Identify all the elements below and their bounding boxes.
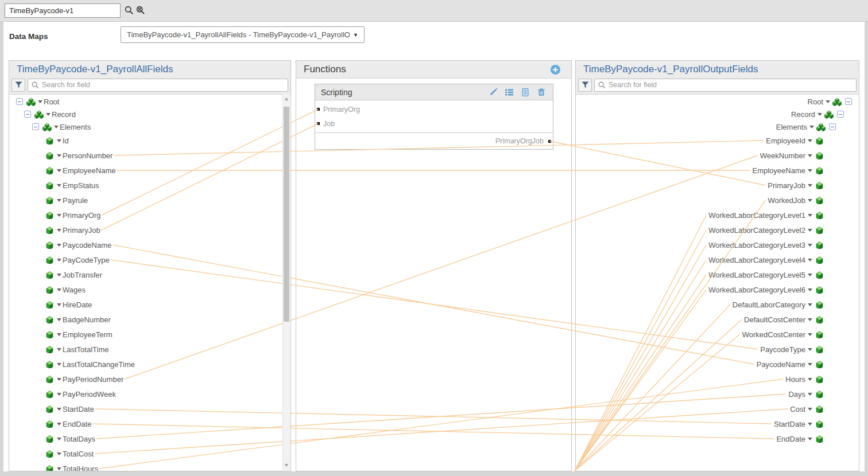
source-field-paycodename[interactable]: PaycodeName [9, 237, 290, 252]
collapse-icon[interactable] [24, 111, 31, 118]
target-field-workedjob[interactable]: WorkedJob [576, 193, 859, 208]
source-field-primaryorg[interactable]: PrimaryOrg [9, 208, 290, 223]
source-field-hiredate[interactable]: HireDate [9, 297, 290, 312]
chevron-down-icon[interactable] [57, 452, 61, 455]
chevron-down-icon[interactable] [808, 408, 812, 411]
chevron-down-icon[interactable] [808, 184, 812, 187]
source-field-payrule[interactable]: Payrule [9, 193, 290, 208]
chevron-down-icon[interactable] [46, 113, 51, 116]
source-field-empstatus[interactable]: EmpStatus [9, 178, 290, 193]
source-field-employeeterm[interactable]: EmployeeTerm [9, 327, 290, 342]
collapse-icon[interactable] [837, 111, 844, 118]
chevron-down-icon[interactable] [808, 259, 812, 262]
target-field-cost[interactable]: Cost [576, 401, 859, 416]
target-field-workedcostcenter[interactable]: WorkedCostCenter [576, 327, 859, 342]
chevron-down-icon[interactable] [808, 229, 812, 232]
chevron-down-icon[interactable] [54, 126, 59, 128]
chevron-down-icon[interactable] [808, 199, 812, 202]
chevron-down-icon[interactable] [808, 214, 812, 217]
source-field-enddate[interactable]: EndDate [9, 416, 290, 431]
chevron-down-icon[interactable] [57, 184, 61, 187]
target-field-paycodetype[interactable]: PaycodeType [576, 342, 859, 357]
source-field-payperiodweek[interactable]: PayPeriodWeek [9, 387, 290, 401]
chevron-down-icon[interactable] [808, 438, 812, 440]
chevron-down-icon[interactable] [808, 348, 812, 351]
chevron-down-icon[interactable] [57, 393, 61, 396]
chevron-down-icon[interactable] [808, 139, 812, 142]
source-field-elements[interactable]: Elements [9, 119, 290, 134]
target-field-workedlaborcategorylevel6[interactable]: WorkedLaborCategoryLevel6 [576, 282, 859, 297]
chevron-down-icon[interactable] [57, 348, 61, 351]
source-field-jobtransfer[interactable]: JobTransfer [9, 267, 290, 282]
collapse-icon[interactable] [829, 123, 836, 130]
chevron-down-icon[interactable] [57, 303, 61, 306]
target-field-employeeid[interactable]: EmployeeId [576, 133, 859, 148]
chevron-down-icon[interactable] [808, 378, 812, 381]
search-icon[interactable] [124, 5, 134, 15]
chevron-down-icon[interactable] [57, 199, 61, 202]
target-field-defaultcostcenter[interactable]: DefaultCostCenter [576, 312, 859, 327]
scripting-function-box[interactable]: Scripting [315, 84, 553, 150]
chevron-down-icon[interactable] [808, 318, 812, 321]
map-search-input[interactable] [5, 3, 121, 18]
target-field-paycodename[interactable]: PaycodeName [576, 357, 859, 372]
chevron-down-icon[interactable] [808, 274, 812, 276]
function-input-port[interactable] [317, 122, 320, 125]
target-field-days[interactable]: Days [576, 387, 859, 401]
target-field-workedlaborcategorylevel2[interactable]: WorkedLaborCategoryLevel2 [576, 223, 859, 237]
target-field-workedlaborcategorylevel1[interactable]: WorkedLaborCategoryLevel1 [576, 208, 859, 223]
source-field-badgenumber[interactable]: BadgeNumber [9, 312, 290, 327]
chevron-down-icon[interactable] [57, 438, 61, 440]
target-field-enddate[interactable]: EndDate [576, 431, 859, 446]
chevron-down-icon[interactable] [808, 303, 812, 306]
target-field-workedlaborcategorylevel4[interactable]: WorkedLaborCategoryLevel4 [576, 252, 859, 267]
source-field-startdate[interactable]: StartDate [9, 401, 290, 416]
chevron-down-icon[interactable] [57, 214, 61, 217]
chevron-down-icon[interactable] [808, 169, 812, 172]
chevron-down-icon[interactable] [57, 467, 61, 470]
source-field-payperiodnumber[interactable]: PayPeriodNumber [9, 372, 290, 387]
source-field-personnumber[interactable]: PersonNumber [9, 148, 290, 163]
source-field-wages[interactable]: Wages [9, 282, 290, 297]
scroll-up-icon[interactable] [285, 97, 288, 100]
chevron-down-icon[interactable] [38, 100, 42, 103]
chevron-down-icon[interactable] [57, 318, 61, 321]
chevron-down-icon[interactable] [57, 363, 61, 366]
collapse-icon[interactable] [845, 98, 852, 105]
target-field-primaryjob[interactable]: PrimaryJob [576, 178, 859, 193]
data-map-select[interactable]: TimeByPaycode-v1_PayrollAllFields - Time… [121, 26, 365, 43]
chevron-down-icon[interactable] [808, 244, 812, 247]
target-field-workedlaborcategorylevel5[interactable]: WorkedLaborCategoryLevel5 [576, 267, 859, 282]
chevron-down-icon[interactable] [57, 259, 61, 262]
chevron-down-icon[interactable] [57, 229, 61, 232]
source-field-lasttotaltime[interactable]: LastTotalTime [9, 342, 290, 357]
chevron-down-icon[interactable] [57, 154, 61, 157]
source-field-totaldays[interactable]: TotalDays [9, 431, 290, 446]
list-icon[interactable] [503, 88, 515, 97]
source-field-employeename[interactable]: EmployeeName [9, 163, 290, 178]
chevron-down-icon[interactable] [57, 274, 61, 276]
search-off-icon[interactable] [135, 5, 146, 15]
collapse-icon[interactable] [16, 98, 23, 105]
chevron-down-icon[interactable] [57, 139, 61, 142]
trash-icon[interactable] [536, 88, 547, 97]
source-field-totalhours[interactable]: TotalHours [9, 461, 290, 471]
chevron-down-icon[interactable] [57, 408, 61, 411]
chevron-down-icon[interactable] [808, 333, 812, 336]
target-field-hours[interactable]: Hours [576, 372, 859, 387]
target-field-elements[interactable]: Elements [576, 119, 859, 134]
source-field-primaryjob[interactable]: PrimaryJob [9, 223, 290, 237]
add-function-icon[interactable] [551, 65, 560, 75]
filter-icon[interactable] [11, 79, 25, 92]
chevron-down-icon[interactable] [808, 154, 812, 157]
chevron-down-icon[interactable] [57, 378, 61, 381]
chevron-down-icon[interactable] [817, 113, 822, 116]
chevron-down-icon[interactable] [808, 288, 812, 291]
chevron-down-icon[interactable] [808, 393, 812, 396]
target-field-weeknumber[interactable]: WeekNumber [576, 148, 859, 163]
target-field-search-input[interactable] [609, 81, 852, 89]
chevron-down-icon[interactable] [808, 363, 812, 366]
source-field-paycodetype[interactable]: PayCodeType [9, 252, 290, 267]
target-field-employeename[interactable]: EmployeeName [576, 163, 859, 178]
source-field-search-input[interactable] [42, 81, 284, 89]
